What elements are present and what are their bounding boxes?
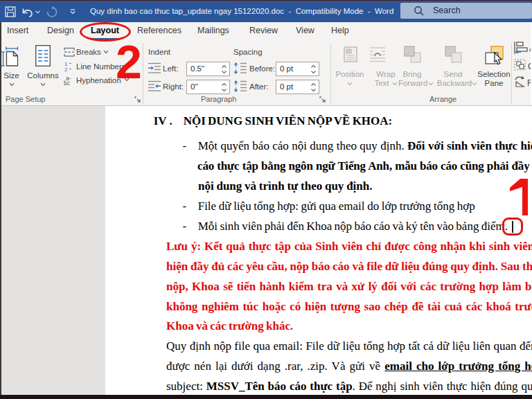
svg-text:bc: bc [64,80,71,85]
svg-text:2: 2 [64,66,68,71]
